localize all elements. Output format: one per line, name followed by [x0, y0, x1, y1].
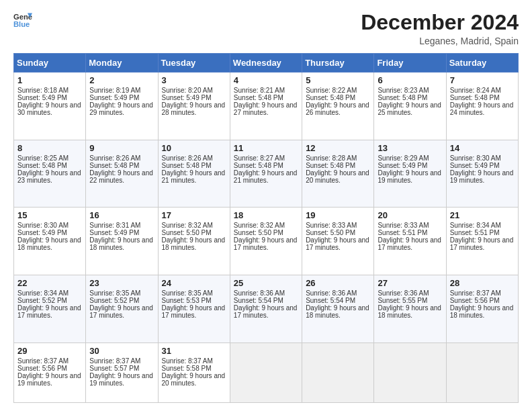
- day-number: 9: [89, 143, 154, 153]
- calendar-cell: 28Sunrise: 8:37 AMSunset: 5:56 PMDayligh…: [446, 275, 518, 343]
- daylight-text: Daylight: 9 hours and 28 minutes.: [162, 101, 226, 116]
- sunrise-text: Sunrise: 8:37 AM: [17, 357, 69, 365]
- day-number: 23: [89, 278, 154, 288]
- sunrise-text: Sunrise: 8:34 AM: [17, 289, 69, 297]
- sunset-text: Sunset: 5:50 PM: [234, 229, 283, 236]
- calendar-cell: 6Sunrise: 8:23 AMSunset: 5:48 PMDaylight…: [374, 73, 446, 140]
- sunset-text: Sunset: 5:57 PM: [89, 365, 139, 372]
- daylight-text: Daylight: 9 hours and 18 minutes.: [89, 236, 153, 251]
- calendar-cell: [302, 342, 374, 402]
- sunset-text: Sunset: 5:48 PM: [89, 162, 139, 169]
- day-number: 29: [17, 346, 82, 356]
- calendar-cell: 7Sunrise: 8:24 AMSunset: 5:48 PMDaylight…: [446, 73, 518, 140]
- day-number: 5: [306, 75, 370, 85]
- calendar-cell: 15Sunrise: 8:30 AMSunset: 5:49 PMDayligh…: [14, 208, 86, 275]
- calendar-cell: [446, 342, 518, 402]
- daylight-text: Daylight: 9 hours and 17 minutes.: [378, 236, 441, 251]
- sunrise-text: Sunrise: 8:25 AM: [17, 154, 69, 162]
- sunrise-text: Sunrise: 8:35 AM: [162, 289, 213, 297]
- sunrise-text: Sunrise: 8:21 AM: [234, 87, 285, 94]
- daylight-text: Daylight: 9 hours and 17 minutes.: [306, 236, 369, 251]
- day-number: 4: [234, 75, 298, 85]
- sunset-text: Sunset: 5:51 PM: [450, 229, 500, 236]
- sunset-text: Sunset: 5:48 PM: [234, 162, 283, 169]
- sunset-text: Sunset: 5:50 PM: [306, 229, 355, 236]
- daylight-text: Daylight: 9 hours and 18 minutes.: [306, 304, 369, 319]
- daylight-text: Daylight: 9 hours and 17 minutes.: [162, 304, 226, 319]
- daylight-text: Daylight: 9 hours and 27 minutes.: [234, 101, 298, 116]
- sunrise-text: Sunrise: 8:26 AM: [89, 154, 140, 162]
- daylight-text: Daylight: 9 hours and 17 minutes.: [89, 304, 153, 319]
- day-number: 25: [234, 278, 298, 288]
- sunrise-text: Sunrise: 8:37 AM: [450, 289, 501, 297]
- calendar-cell: 21Sunrise: 8:34 AMSunset: 5:51 PMDayligh…: [446, 208, 518, 275]
- day-number: 22: [17, 278, 82, 288]
- sunset-text: Sunset: 5:54 PM: [234, 297, 283, 304]
- daylight-text: Daylight: 9 hours and 21 minutes.: [234, 169, 298, 184]
- day-number: 27: [378, 278, 442, 288]
- day-number: 24: [162, 278, 226, 288]
- day-number: 26: [306, 278, 370, 288]
- calendar-cell: 19Sunrise: 8:33 AMSunset: 5:50 PMDayligh…: [302, 208, 374, 275]
- calendar-cell: 23Sunrise: 8:35 AMSunset: 5:52 PMDayligh…: [86, 275, 158, 343]
- calendar-cell: [230, 342, 302, 402]
- sunset-text: Sunset: 5:49 PM: [162, 94, 212, 101]
- day-number: 20: [378, 210, 442, 220]
- page: General Blue December 2024 Leganes, Madr…: [0, 0, 532, 411]
- calendar-cell: 5Sunrise: 8:22 AMSunset: 5:48 PMDaylight…: [302, 73, 374, 140]
- month-year: December 2024: [361, 11, 519, 34]
- day-number: 16: [89, 210, 154, 220]
- sunrise-text: Sunrise: 8:23 AM: [378, 87, 429, 94]
- day-number: 8: [17, 143, 82, 153]
- daylight-text: Daylight: 9 hours and 25 minutes.: [378, 101, 441, 116]
- daylight-text: Daylight: 9 hours and 19 minutes.: [450, 169, 514, 184]
- sunset-text: Sunset: 5:53 PM: [162, 297, 212, 304]
- col-header-monday: Monday: [86, 54, 158, 73]
- col-header-saturday: Saturday: [446, 54, 518, 73]
- sunrise-text: Sunrise: 8:19 AM: [89, 87, 140, 94]
- calendar-cell: 24Sunrise: 8:35 AMSunset: 5:53 PMDayligh…: [158, 275, 230, 343]
- day-number: 7: [450, 75, 515, 85]
- daylight-text: Daylight: 9 hours and 19 minutes.: [17, 372, 81, 387]
- sunset-text: Sunset: 5:48 PM: [306, 162, 355, 169]
- calendar-cell: 10Sunrise: 8:26 AMSunset: 5:48 PMDayligh…: [158, 140, 230, 208]
- daylight-text: Daylight: 9 hours and 22 minutes.: [89, 169, 153, 184]
- calendar-cell: 12Sunrise: 8:28 AMSunset: 5:48 PMDayligh…: [302, 140, 374, 208]
- daylight-text: Daylight: 9 hours and 24 minutes.: [450, 101, 514, 116]
- daylight-text: Daylight: 9 hours and 20 minutes.: [162, 372, 226, 387]
- calendar-cell: 3Sunrise: 8:20 AMSunset: 5:49 PMDaylight…: [158, 73, 230, 140]
- col-header-wednesday: Wednesday: [230, 54, 302, 73]
- calendar-cell: 20Sunrise: 8:33 AMSunset: 5:51 PMDayligh…: [374, 208, 446, 275]
- sunrise-text: Sunrise: 8:20 AM: [162, 87, 213, 94]
- sunset-text: Sunset: 5:50 PM: [162, 229, 212, 236]
- calendar-cell: 16Sunrise: 8:31 AMSunset: 5:49 PMDayligh…: [86, 208, 158, 275]
- day-number: 3: [162, 75, 226, 85]
- sunrise-text: Sunrise: 8:18 AM: [17, 87, 69, 94]
- sunrise-text: Sunrise: 8:22 AM: [306, 87, 357, 94]
- sunset-text: Sunset: 5:51 PM: [378, 229, 427, 236]
- day-number: 31: [162, 346, 226, 356]
- daylight-text: Daylight: 9 hours and 17 minutes.: [234, 236, 298, 251]
- sunset-text: Sunset: 5:54 PM: [306, 297, 355, 304]
- daylight-text: Daylight: 9 hours and 30 minutes.: [17, 101, 81, 116]
- calendar-cell: 18Sunrise: 8:32 AMSunset: 5:50 PMDayligh…: [230, 208, 302, 275]
- sunset-text: Sunset: 5:49 PM: [450, 162, 500, 169]
- daylight-text: Daylight: 9 hours and 18 minutes.: [378, 304, 441, 319]
- sunset-text: Sunset: 5:48 PM: [450, 94, 500, 101]
- sunrise-text: Sunrise: 8:36 AM: [306, 289, 357, 297]
- daylight-text: Daylight: 9 hours and 20 minutes.: [306, 169, 369, 184]
- daylight-text: Daylight: 9 hours and 17 minutes.: [450, 236, 514, 251]
- day-number: 10: [162, 143, 226, 153]
- sunset-text: Sunset: 5:52 PM: [89, 297, 139, 304]
- calendar-cell: 17Sunrise: 8:32 AMSunset: 5:50 PMDayligh…: [158, 208, 230, 275]
- day-number: 14: [450, 143, 515, 153]
- sunrise-text: Sunrise: 8:32 AM: [234, 222, 285, 229]
- calendar-cell: 14Sunrise: 8:30 AMSunset: 5:49 PMDayligh…: [446, 140, 518, 208]
- logo: General Blue: [13, 11, 32, 30]
- calendar-cell: 25Sunrise: 8:36 AMSunset: 5:54 PMDayligh…: [230, 275, 302, 343]
- sunrise-text: Sunrise: 8:35 AM: [89, 289, 140, 297]
- day-number: 6: [378, 75, 442, 85]
- sunset-text: Sunset: 5:49 PM: [89, 94, 139, 101]
- sunrise-text: Sunrise: 8:27 AM: [234, 154, 285, 162]
- sunrise-text: Sunrise: 8:36 AM: [378, 289, 429, 297]
